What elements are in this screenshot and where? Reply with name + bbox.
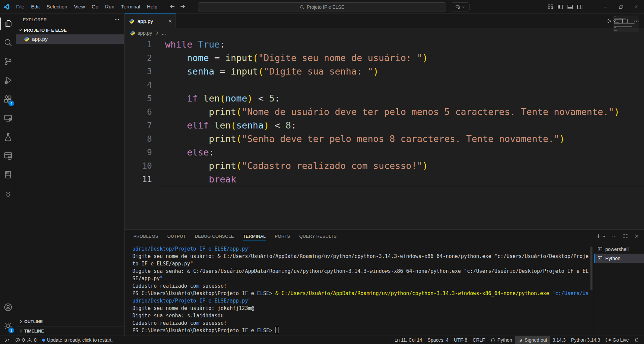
panel-tab-output[interactable]: OUTPUT [167, 230, 186, 242]
status-copilot-status[interactable]: Signed out [515, 336, 550, 344]
remote-indicator[interactable] [2, 336, 12, 344]
code-token: ( [236, 161, 242, 171]
menu-file[interactable]: File [13, 2, 28, 11]
menu-terminal[interactable]: Terminal [118, 2, 144, 11]
sidebar-header: EXPLORER [16, 13, 124, 26]
history-navigation [169, 4, 186, 9]
vscode-logo-icon [3, 3, 10, 10]
code-editor[interactable]: 1while True:2 nome = input("Digite seu n… [125, 38, 644, 229]
activity-item-settings[interactable]: 1 [0, 317, 16, 336]
command-center-search[interactable]: Projeto IF e ELSE [198, 2, 446, 11]
code-token: input [231, 66, 258, 77]
section-timeline[interactable]: TIMELINE [16, 326, 124, 336]
minimap[interactable] [613, 16, 639, 32]
status-eol-sequence[interactable]: CRLF [470, 336, 488, 344]
menu-help[interactable]: Help [143, 2, 161, 11]
minimap-line [614, 29, 626, 29]
terminal-line: PS C:\Users\Usuário\Desktop\Projeto IF e… [132, 327, 594, 334]
terminal-instance-python[interactable]: Python [594, 254, 644, 263]
toggle-primary-sidebar-icon[interactable] [557, 4, 563, 10]
status-indentation[interactable]: Spaces: 4 [425, 336, 451, 344]
explorer-more-actions-icon[interactable] [114, 17, 120, 22]
close-panel-icon[interactable] [634, 233, 639, 239]
terminal-line: PS C:\Users\Usuário\Desktop\Projeto IF e… [132, 290, 594, 297]
tab-app-py[interactable]: app.py [125, 13, 176, 28]
status-encoding[interactable]: UTF-8 [451, 336, 470, 344]
update-indicator[interactable]: Update is ready, click to restart. [39, 336, 116, 344]
toggle-secondary-sidebar-icon[interactable] [577, 4, 583, 10]
file-item-app.py[interactable]: app.py [16, 34, 124, 44]
activity-item-chat[interactable] [0, 184, 16, 203]
activity-item-run-and-debug[interactable] [0, 71, 16, 90]
breadcrumb-symbol[interactable]: ... [162, 30, 166, 36]
breadcrumb-file[interactable]: app.py [137, 30, 152, 36]
activity-item-source-control[interactable] [0, 52, 16, 71]
panel-tab-debug-console[interactable]: DEBUG CONSOLE [195, 230, 234, 242]
code-line-9: 9 else: [125, 146, 644, 159]
panel-header: PROBLEMSOUTPUTDEBUG CONSOLETERMINALPORTS… [125, 230, 644, 242]
panel-tab-problems[interactable]: PROBLEMS [133, 230, 158, 242]
status-cursor-position[interactable]: Ln 11, Col 14 [392, 336, 425, 344]
menu-go[interactable]: Go [88, 2, 102, 11]
section-outline[interactable]: OUTLINE [16, 317, 124, 326]
minimize-icon[interactable] [598, 0, 613, 13]
customize-layout-icon[interactable] [548, 4, 553, 10]
menu-view[interactable]: View [71, 2, 88, 11]
activity-item-testing[interactable] [0, 127, 16, 146]
code-token: elif [187, 120, 209, 131]
code-token: ) [559, 134, 565, 144]
code-token: senha [236, 120, 263, 131]
activity-item-extensions[interactable]: 4 [0, 90, 16, 109]
toggle-panel-icon[interactable] [567, 4, 573, 10]
close-window-icon[interactable] [629, 0, 644, 13]
new-terminal-button[interactable] [596, 233, 606, 239]
status-go-live[interactable]: Go Live [603, 336, 632, 344]
terminal-instance-powershell[interactable]: powershell [594, 245, 644, 254]
status-notifications[interactable] [632, 336, 642, 344]
status-label: Go Live [613, 337, 629, 343]
chevron-right-icon [18, 319, 23, 324]
terminal-scrollbar[interactable] [590, 247, 592, 290]
activity-item-docs[interactable] [0, 165, 16, 184]
activity-item-explorer[interactable] [0, 14, 16, 33]
terminal-line: Digite sua senha: & C:/Users/Usuário/App… [132, 267, 594, 275]
code-line-content: break [161, 173, 644, 186]
status-language-mode[interactable]: Python [488, 336, 515, 344]
code-token [165, 53, 187, 63]
activity-item-search[interactable] [0, 33, 16, 52]
panel-tab-query-results[interactable]: QUERY RESULTS [299, 230, 336, 242]
code-token: ) [614, 107, 619, 117]
code-token: ) [422, 53, 428, 63]
activity-item-accounts[interactable] [0, 298, 16, 317]
workspace-folder-row[interactable]: PROJETO IF E ELSE [16, 26, 124, 34]
code-token: len [214, 120, 231, 131]
panel-body: uário/Desktop/Projeto IF e ELSE/app.py"D… [125, 242, 644, 336]
panel-tab-ports[interactable]: PORTS [275, 230, 290, 242]
status-version[interactable]: 3.14.3 [550, 336, 568, 344]
indent-guide [165, 65, 165, 78]
code-line-8: 8 print("Senha deve ter pelo menos 8 car… [125, 132, 644, 146]
terminal-line: uário/Desktop/Projeto IF e ELSE/app.py" [132, 297, 594, 305]
status-python-interpreter[interactable]: Python 3.14.3 [568, 336, 603, 344]
workbench: 41 EXPLORER PROJETO IF E ELSE app.py OUT… [0, 13, 644, 336]
indent-guide [165, 78, 165, 92]
close-tab-icon[interactable] [168, 19, 173, 24]
activity-item-database[interactable] [0, 146, 16, 165]
maximize-panel-icon[interactable] [623, 233, 628, 239]
terminal-text: SE/app.py" [132, 276, 163, 282]
problems-indicator[interactable]: 0 0 [12, 336, 39, 344]
panel-more-actions-icon[interactable] [612, 233, 617, 239]
menu-edit[interactable]: Edit [28, 2, 43, 11]
restore-icon[interactable] [613, 0, 629, 13]
minimap-line [614, 18, 626, 19]
layout-controls [548, 0, 583, 13]
status-bar-right: Ln 11, Col 14Spaces: 4UTF-8CRLFPythonSig… [392, 336, 642, 344]
forward-arrow-icon[interactable] [180, 4, 186, 9]
panel-tab-terminal[interactable]: TERMINAL [243, 230, 266, 242]
menu-selection[interactable]: Selection [43, 2, 71, 11]
activity-item-remote-explorer[interactable] [0, 109, 16, 127]
back-arrow-icon[interactable] [169, 4, 175, 9]
code-token [192, 39, 198, 50]
copilot-menu-button[interactable] [451, 2, 470, 11]
menu-run[interactable]: Run [102, 2, 118, 11]
